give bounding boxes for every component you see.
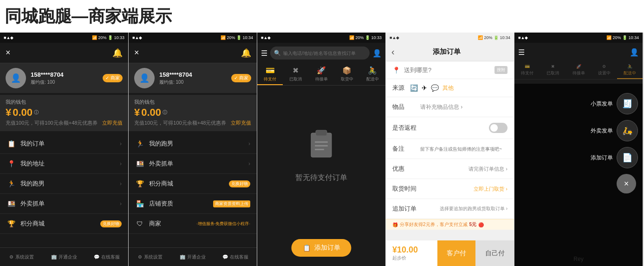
pending-accept-icon: 🚀 <box>317 66 326 75</box>
action-row-takeout: 外卖发单 🛵 <box>591 120 638 141</box>
menu-item-orders[interactable]: 📋 我的订单 › <box>0 134 128 154</box>
items-row: 物品 请补充物品信息 › <box>386 97 514 117</box>
price-amount: ¥10.00 <box>392 245 431 255</box>
close-icon-2[interactable]: × <box>134 48 139 58</box>
wallet-small-1: 充值100元，可得100元余额+48元优惠券 立即充值 <box>6 120 123 126</box>
runner-arrow: › <box>120 180 122 187</box>
menu-item-runner[interactable]: 🏃 我的跑男 › <box>0 174 128 194</box>
top-bar-3: ☰ 🔍 👤 <box>257 43 385 63</box>
tab-5-4[interactable]: ⚙ 设置中 <box>592 61 617 79</box>
menu-item-points-2[interactable]: 🏆 积分商城 兑换好物 <box>129 174 257 194</box>
bell-icon-1[interactable]: 🔔 <box>112 48 123 58</box>
wallet-small-2: 充值100元，可得100元余额+48元优惠券 立即充值 <box>134 120 251 126</box>
search-box[interactable]: 🔍 <box>270 47 370 60</box>
source-other[interactable]: 其他 <box>442 84 454 92</box>
customer-pay-button[interactable]: 客户付 <box>437 240 476 266</box>
addorder-label: 添加订单 <box>591 154 613 162</box>
tab-5-1-icon: 💳 <box>525 64 530 69</box>
takeout-icon-2: 🍱 <box>135 160 144 167</box>
bottom-nav-1: ⚙ 系统设置 🏢 开通企业 💬 在线客服 <box>0 247 128 266</box>
recharge-btn-2[interactable]: 立即充值 <box>231 120 251 126</box>
nav-enterprise-2[interactable]: 🏢 开通企业 <box>171 254 214 260</box>
nav-service-2[interactable]: 💬 在线客服 <box>214 254 257 260</box>
status-left-5: ■▲◆ <box>518 35 528 40</box>
wallet-amount-1: ¥ 0.00 ⓘ <box>6 106 123 119</box>
recharge-btn-1[interactable]: 立即充值 <box>102 120 123 126</box>
user-credit-2: 履约值: 100 <box>159 79 227 86</box>
pickup-value[interactable]: 立即上门取货 › <box>420 186 507 193</box>
tab-cancelled[interactable]: ✖ 已取消 <box>283 63 308 85</box>
menu-item-runner-2[interactable]: 🏃 我的跑男 › <box>129 134 257 154</box>
menu-item-merchant[interactable]: 🛡 商家 ·增值服务-免费获微信小程序· <box>129 214 257 234</box>
points-icon: 🏆 <box>7 220 16 227</box>
search-input[interactable] <box>283 51 366 56</box>
search-nearby-button[interactable]: 搜附 <box>494 66 507 74</box>
points-text: 积分商城 <box>20 219 96 228</box>
service-text-2: 在线客服 <box>230 254 248 260</box>
nav-enterprise-1[interactable]: 🏢 开通企业 <box>43 254 85 260</box>
menu-item-shop-qual[interactable]: 🏪 店铺资质 商家资质资料上传 <box>129 194 257 214</box>
tab-5-3[interactable]: 🚀 待接单 <box>566 61 591 79</box>
price-label: 起步价 <box>392 255 431 261</box>
menu-item-points[interactable]: 🏆 积分商城 兑换好物 <box>0 214 128 234</box>
bottom-nav-2: ⚙ 系统设置 🏢 开通企业 💬 在线客服 <box>129 247 257 266</box>
source-icon-wechat[interactable]: 💬 <box>431 84 439 92</box>
self-pay-button[interactable]: 自己付 <box>475 240 514 266</box>
close-icon-1[interactable]: × <box>6 48 11 58</box>
user-icon-3[interactable]: 👤 <box>372 49 382 58</box>
cancelled-icon: ✖ <box>293 66 299 75</box>
takeout-text: 外卖抓单 <box>20 200 115 208</box>
receipt-button[interactable]: 🧾 <box>617 93 638 114</box>
status-bar-3: ■▲◆ 📶 20% 🔋 10:33 <box>257 33 385 43</box>
runner-arrow-2: › <box>248 140 250 147</box>
hamburger-5[interactable]: ☰ <box>518 48 525 57</box>
trackorder-value[interactable]: 选择要追加的跑男或货取取订单 › <box>420 206 507 212</box>
user-icon-5[interactable]: 👤 <box>630 48 639 57</box>
add-order-button[interactable]: 📋 添加订单 <box>292 239 351 257</box>
close-actions-button[interactable]: × <box>617 174 636 193</box>
nav-service-1[interactable]: 💬 在线客服 <box>85 254 128 260</box>
screen-1: ■▲◆ 📶 20% 🔋 10:33 × 🔔 👤 158****8704 履约值:… <box>0 33 129 266</box>
add-order-text: 添加订单 <box>314 244 340 252</box>
discount-value[interactable]: 请完善订单信息 › <box>420 166 507 173</box>
takeout-order-button[interactable]: 🛵 <box>617 120 638 141</box>
action-row-close: × <box>617 174 638 193</box>
back-button-4[interactable]: ‹ <box>391 47 395 57</box>
nav-settings-1[interactable]: ⚙ 系统设置 <box>0 254 43 260</box>
wallet-section-1: 我的钱包 ¥ 0.00 ⓘ 充值100元，可得100元余额+48元优惠券 立即充… <box>0 95 128 131</box>
items-value[interactable]: 请补充物品信息 › <box>420 103 507 111</box>
tab-delivering[interactable]: 🚴 配送中 <box>360 63 385 85</box>
addorder-button[interactable]: 📄 <box>617 147 638 168</box>
delivering-icon: 🚴 <box>368 66 377 75</box>
destination-input[interactable] <box>404 66 491 73</box>
promo-bar: 🎁 分享好友得2元券，客户支付立减 5元 🔴 <box>386 219 514 230</box>
points-badge: 兑换好物 <box>100 220 122 227</box>
tab-pending-pay[interactable]: 💳 待支付 <box>257 63 283 85</box>
points-badge-2: 兑换好物 <box>229 180 250 187</box>
hamburger-icon[interactable]: ☰ <box>261 49 267 58</box>
settings-text-1: 系统设置 <box>15 254 34 260</box>
menu-item-takeout-2[interactable]: 🍱 外卖抓单 › <box>129 154 257 174</box>
bell-icon-2[interactable]: 🔔 <box>241 48 251 58</box>
avatar-2: 👤 <box>134 68 155 88</box>
tab-5-5[interactable]: 🚴 配送中 <box>617 61 643 79</box>
pending-pay-icon: 💳 <box>266 66 275 75</box>
merchant-badge-2: ✓ 商家 <box>231 74 251 82</box>
screen-3: ■▲◆ 📶 20% 🔋 10:33 ☰ 🔍 👤 💳 待支付 ✖ 已取消 🚀 待接… <box>257 33 386 266</box>
tab-pickup[interactable]: 📦 取货中 <box>334 63 360 85</box>
source-icon-refresh[interactable]: 🔄 <box>410 84 418 92</box>
nav-settings-2[interactable]: ⚙ 系统设置 <box>129 254 171 260</box>
source-icon-plane[interactable]: ✈ <box>422 84 427 92</box>
return-toggle[interactable] <box>489 123 507 133</box>
tab-pending-accept[interactable]: 🚀 待接单 <box>308 63 334 85</box>
status-bar-2: ■▲◆ 📶 20% 🔋 10:34 <box>129 33 257 43</box>
menu-list-1: 📋 我的订单 › 📍 我的地址 › 🏃 我的跑男 › 🍱 外卖抓单 › 🏆 <box>0 134 128 234</box>
tab-5-2[interactable]: ✖ 已取消 <box>540 61 566 79</box>
remarks-input[interactable] <box>420 146 507 152</box>
menu-item-address[interactable]: 📍 我的地址 › <box>0 154 128 174</box>
tab-5-1[interactable]: 💳 待支付 <box>514 61 540 79</box>
settings-icon-1: ⚙ <box>9 254 13 259</box>
points-icon-2: 🏆 <box>135 180 144 187</box>
toggle-thumb <box>490 124 498 132</box>
menu-item-takeout[interactable]: 🍱 外卖抓单 › <box>0 194 128 214</box>
